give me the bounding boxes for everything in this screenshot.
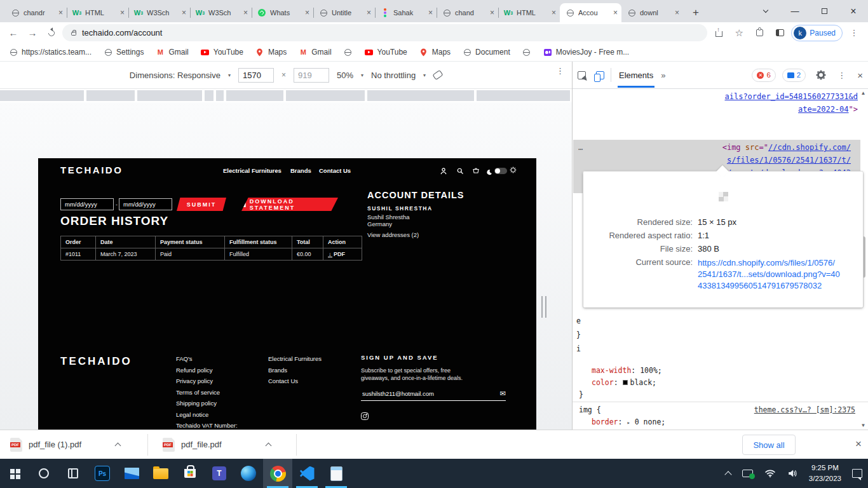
media-query-segment[interactable] <box>477 90 570 101</box>
chevron-up-icon[interactable] <box>115 443 121 449</box>
bookmark-maps-2[interactable]: Maps <box>419 48 451 57</box>
teams-icon[interactable]: T <box>205 459 234 488</box>
newsletter-email-input[interactable] <box>361 390 482 398</box>
css-declaration[interactable]: color: black; <box>592 377 656 389</box>
tab-chandr[interactable]: chandr× <box>5 3 67 22</box>
tab-figma[interactable]: Sahak× <box>375 3 437 22</box>
media-query-segment[interactable] <box>367 90 474 101</box>
date-to-input[interactable]: mm/dd/yyyy <box>119 198 172 210</box>
devtools-menu-icon[interactable]: ⋮ <box>837 74 846 76</box>
devtools-close-icon[interactable]: × <box>857 70 863 81</box>
footer-link[interactable]: Brands <box>268 367 344 374</box>
action-center-icon[interactable] <box>846 459 868 488</box>
forward-button[interactable]: → <box>24 25 41 41</box>
cell-order[interactable]: #1011 <box>61 248 96 261</box>
view-addresses-link[interactable]: View addresses (2) <box>367 231 419 238</box>
restore-button[interactable] <box>810 0 839 22</box>
bookmark-unnamed-2[interactable] <box>522 48 531 57</box>
download-statement-button[interactable]: DOWNLOAD STATEMENT <box>241 198 338 211</box>
zoom-select[interactable]: 50% <box>337 71 353 80</box>
tab-untitled[interactable]: Untitle× <box>313 3 375 22</box>
dom-line[interactable]: ate=2022-04"> <box>798 103 858 116</box>
notepad-icon[interactable] <box>322 459 351 488</box>
stylesheet-link[interactable]: theme.css?v…? [sm]:2375 <box>754 404 855 416</box>
mail-icon[interactable] <box>117 459 146 488</box>
chevron-up-icon[interactable] <box>265 443 271 449</box>
tab-close-icon[interactable]: × <box>428 9 433 17</box>
download-item-1[interactable]: pdf_file (1).pdf <box>10 430 120 459</box>
tab-search-icon[interactable] <box>751 0 780 22</box>
tab-elements[interactable]: Elements <box>618 63 654 88</box>
footer-link[interactable]: Privacy policy <box>176 377 255 384</box>
settings-gear-icon[interactable] <box>817 71 825 79</box>
more-tabs-icon[interactable]: » <box>661 71 665 80</box>
show-all-downloads-button[interactable]: Show all <box>742 435 796 455</box>
date-from-input[interactable]: mm/dd/yyyy <box>60 198 114 210</box>
media-query-segment[interactable] <box>137 90 202 101</box>
back-button[interactable]: ← <box>5 25 22 41</box>
device-toolbar-menu-icon[interactable]: ⋮ <box>556 70 564 72</box>
color-swatch[interactable] <box>623 380 628 385</box>
wifi-icon[interactable] <box>759 459 782 488</box>
downloads-bar-close-icon[interactable]: × <box>855 438 862 451</box>
tab-close-icon[interactable]: × <box>613 9 618 17</box>
start-button[interactable] <box>0 459 29 488</box>
console-messages-badge[interactable]: 2 <box>782 69 806 82</box>
media-query-segment[interactable] <box>205 90 214 101</box>
download-item-2[interactable]: pdf_file.pdf <box>163 430 271 459</box>
taskbar-clock[interactable]: 9:25 PM 3/23/2023 <box>804 463 846 484</box>
tab-download[interactable]: downl× <box>621 3 683 22</box>
dark-mode-toggle[interactable] <box>494 168 507 174</box>
tab-close-icon[interactable]: × <box>182 9 186 17</box>
microsoft-store-icon[interactable] <box>175 459 205 488</box>
footer-link[interactable]: Shipping policy <box>176 400 255 407</box>
throttling-select[interactable]: No throttling <box>371 71 416 80</box>
edge-icon[interactable] <box>234 459 263 488</box>
lock-icon[interactable] <box>71 32 76 36</box>
nav-electrical-furnitures[interactable]: Electrical Furnitures <box>223 167 281 174</box>
tab-close-icon[interactable]: × <box>552 9 556 17</box>
file-explorer-icon[interactable] <box>146 459 175 488</box>
inspect-element-icon[interactable] <box>578 71 586 79</box>
submit-button[interactable]: SUBMIT <box>177 198 226 211</box>
source-link[interactable]: https://cdn.shopify.com/s/files/1/0576/ … <box>698 257 840 292</box>
bookmark-star-icon[interactable]: ☆ <box>730 25 748 41</box>
ellipsis-marker[interactable]: … <box>578 141 583 154</box>
bookmark-gmail[interactable]: MGmail <box>156 48 188 57</box>
bookmark-moviesjoy[interactable]: MoviesJoy - Free m... <box>543 48 629 57</box>
new-tab-button[interactable]: + <box>687 4 705 22</box>
envelope-icon[interactable]: ✉ <box>500 390 506 398</box>
address-bar[interactable]: techaido.com/account <box>62 24 707 41</box>
task-view-icon[interactable] <box>58 459 88 488</box>
tab-w3sch-1[interactable]: W3W3Sch× <box>128 3 190 22</box>
expand-triangle-icon[interactable]: ▸ <box>627 419 630 426</box>
tab-close-icon[interactable]: × <box>120 9 125 17</box>
rotate-viewport-icon[interactable] <box>433 70 444 80</box>
site-logo[interactable]: TECHAIDO <box>60 165 123 175</box>
viewport-width-input[interactable] <box>238 68 274 83</box>
footer-link[interactable]: Terms of service <box>176 389 255 396</box>
tab-account-active[interactable]: Accou× <box>560 3 621 22</box>
bookmark-maps[interactable]: Maps <box>255 48 287 57</box>
search-icon[interactable] <box>456 166 464 177</box>
volume-icon[interactable] <box>782 459 804 488</box>
account-icon[interactable] <box>440 166 447 177</box>
tab-close-icon[interactable]: × <box>305 9 309 17</box>
dimensions-select[interactable]: Dimensions: Responsive <box>130 71 220 80</box>
bookmark-statics[interactable]: https://statics.team... <box>9 48 92 57</box>
tab-close-icon[interactable]: × <box>490 9 494 17</box>
tray-expand-icon[interactable] <box>720 459 736 488</box>
viewport-height-input[interactable] <box>294 68 329 83</box>
viewport-resize-handle-right[interactable] <box>541 296 547 318</box>
bookmark-settings[interactable]: Settings <box>104 48 144 57</box>
bookmark-unnamed-1[interactable] <box>344 48 353 57</box>
media-query-segment[interactable] <box>86 90 135 101</box>
scroll-up-icon[interactable]: ▲ <box>860 90 867 96</box>
minimize-button[interactable]: — <box>780 0 810 22</box>
css-declaration[interactable]: max-width: 100%; <box>592 365 662 377</box>
display-security-icon[interactable] <box>736 459 759 488</box>
extensions-icon[interactable] <box>750 25 768 41</box>
tab-html-2[interactable]: W3HTML× <box>498 3 560 22</box>
bookmark-youtube[interactable]: YouTube <box>201 48 243 57</box>
tab-chand[interactable]: chand× <box>437 3 498 22</box>
